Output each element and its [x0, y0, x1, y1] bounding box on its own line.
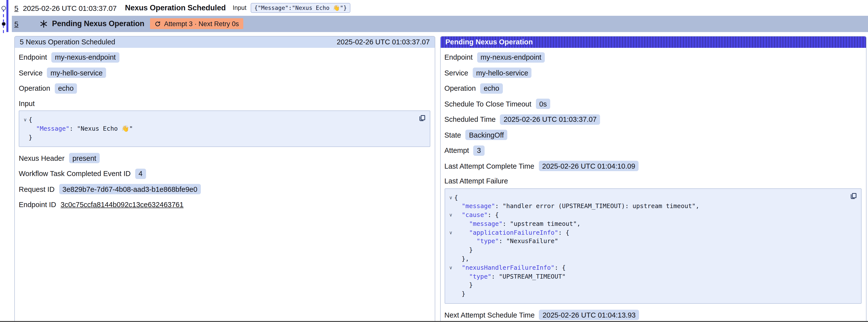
field-value-badge: echo — [55, 83, 77, 93]
code-line: ∨ } — [447, 290, 846, 298]
copy-icon[interactable] — [850, 192, 857, 199]
field-label: Attempt — [444, 147, 469, 154]
field-value-badge: 0s — [536, 99, 551, 109]
event-input-label: Input — [232, 4, 247, 11]
copy-icon[interactable] — [418, 115, 426, 122]
code-text: { — [454, 193, 458, 202]
code-text: } — [29, 133, 32, 142]
retry-badge-text: Attempt 3 · Next Retry 0s — [164, 20, 239, 27]
field-row: Endpoint ID3c0c75ccfa8144b092c13ce632463… — [19, 200, 430, 210]
field-row: Endpointmy-nexus-endpoint — [19, 52, 430, 62]
active-event-indicator-bar — [6, 0, 8, 32]
field-label: Request ID — [19, 185, 55, 193]
collapse-chevron-icon[interactable]: ∨ — [22, 116, 29, 124]
code-line: ∨{ — [447, 193, 846, 202]
code-line: ∨ }, — [447, 254, 846, 263]
event-row-pending-selected[interactable]: 5 Pending Nexus Operation Attempt 3 · Ne… — [12, 15, 868, 32]
code-text: "type": "UPSTREAM_TIMEOUT" — [454, 272, 566, 281]
code-text: "applicationFailureInfo": { — [454, 228, 569, 237]
field-value-badge: my-hello-service — [47, 68, 106, 78]
field-label: Last Attempt Complete Time — [444, 162, 534, 170]
field-value-badge: echo — [480, 83, 503, 93]
field-row: Operationecho — [444, 83, 862, 93]
collapse-chevron-icon[interactable]: ∨ — [447, 263, 454, 272]
field-row: Operationecho — [19, 83, 430, 93]
field-value-badge: 2025-02-26 UTC 01:04:13.93 — [539, 310, 639, 320]
field-value-badge: present — [69, 153, 100, 163]
code-line: ∨ "type": "UPSTREAM_TIMEOUT" — [447, 272, 846, 281]
code-text: } — [454, 246, 473, 255]
code-text: "type": "NexusFailure" — [454, 237, 558, 246]
code-line: ∨ "message": "upstream timeout", — [447, 219, 846, 228]
scheduled-panel-title: 5 Nexus Operation Scheduled — [20, 38, 115, 46]
code-text: "nexusHandlerFailureInfo": { — [454, 263, 566, 272]
field-row: Attempt3 — [444, 145, 862, 156]
timeline-filled-circle-icon — [1, 22, 6, 26]
pending-panel-header: Pending Nexus Operation — [440, 36, 866, 47]
field-row: Schedule To Close Timeout0s — [444, 99, 862, 109]
code-text: "message": "handler error (UPSTREAM_TIME… — [454, 202, 699, 211]
event-row-scheduled[interactable]: 5 2025-02-26 UTC 01:03:37.07 Nexus Opera… — [12, 0, 868, 15]
code-line: ∨ "Message": "Nexus Echo 👋" — [22, 124, 415, 133]
retry-status-badge: Attempt 3 · Next Retry 0s — [150, 18, 243, 29]
event-input-value-badge[interactable]: {"Message":"Nexus Echo 👋"} — [251, 3, 350, 13]
field-row: Workflow Task Completed Event ID4 — [19, 169, 430, 179]
scheduled-panel-timestamp: 2025-02-26 UTC 01:03:37.07 — [337, 38, 430, 46]
field-row: Last Attempt Complete Time2025-02-26 UTC… — [444, 161, 862, 171]
collapse-chevron-icon[interactable]: ∨ — [447, 193, 454, 202]
field-label: Nexus Header — [19, 154, 64, 162]
field-label: Endpoint — [19, 53, 47, 61]
event-id-link[interactable]: 5 — [14, 20, 19, 28]
collapse-chevron-icon[interactable]: ∨ — [447, 228, 454, 237]
field-label: Schedule To Close Timeout — [444, 100, 531, 108]
field-row: Endpointmy-nexus-endpoint — [444, 52, 862, 62]
code-text: } — [454, 281, 473, 290]
code-line: ∨ } — [447, 281, 846, 290]
field-value-badge: my-nexus-endpoint — [477, 52, 545, 62]
scheduled-panel-header: 5 Nexus Operation Scheduled 2025-02-26 U… — [15, 36, 435, 47]
code-line: ∨ } — [447, 246, 846, 255]
field-value-badge: 4 — [135, 169, 146, 179]
field-label: State — [444, 131, 461, 139]
field-label: Scheduled Time — [444, 116, 496, 123]
field-row: Servicemy-hello-service — [19, 68, 430, 78]
field-label: Service — [444, 69, 468, 77]
field-label: Operation — [19, 84, 50, 92]
field-value-badge: 3 — [473, 145, 484, 156]
code-line: ∨ "message": "handler error (UPSTREAM_TI… — [447, 202, 846, 211]
field-label: Workflow Task Completed Event ID — [19, 170, 130, 178]
last-attempt-failure-label: Last Attempt Failure — [444, 177, 508, 185]
field-value-badge: BackingOff — [466, 130, 507, 140]
code-text: "message": "upstream timeout", — [454, 219, 581, 228]
field-row: Request ID3e829b7e-7d67-4b08-aad3-b1e868… — [19, 184, 430, 195]
endpoint-id-link[interactable]: 3c0c75ccfa8144b092c13ce632463761 — [61, 201, 184, 209]
field-row: StateBackingOff — [444, 130, 862, 140]
retry-icon — [154, 21, 161, 27]
failure-json-viewer: ∨{∨ "message": "handler error (UPSTREAM_… — [444, 188, 862, 304]
code-line: ∨{ — [22, 116, 415, 124]
code-text: "cause": { — [454, 211, 499, 219]
field-row: Next Attempt Schedule Time 2025-02-26 UT… — [444, 310, 862, 320]
event-id-link[interactable]: 5 — [14, 4, 19, 12]
field-label: Endpoint — [444, 53, 473, 61]
field-label: Endpoint ID — [19, 201, 56, 209]
code-text: } — [454, 290, 465, 298]
scheduled-event-detail-panel: 5 Nexus Operation Scheduled 2025-02-26 U… — [14, 36, 435, 322]
collapse-chevron-icon[interactable]: ∨ — [447, 211, 454, 219]
pending-asterisk-icon — [40, 20, 48, 27]
field-value-badge: my-nexus-endpoint — [52, 52, 119, 62]
event-title: Nexus Operation Scheduled — [125, 3, 226, 12]
field-value-badge: 3e829b7e-7d67-4b08-aad3-b1e868bfe9e0 — [59, 184, 201, 195]
code-line: ∨ "applicationFailureInfo": { — [447, 228, 846, 237]
timeline-connector-line — [3, 9, 4, 33]
timeline-open-circle-icon — [1, 6, 6, 10]
input-section-label: Input — [19, 99, 35, 107]
code-text: }, — [454, 254, 469, 263]
code-line: ∨ "cause": { — [447, 211, 846, 219]
pending-operation-detail-panel: Pending Nexus Operation Endpointmy-nexus… — [440, 36, 867, 322]
event-history-detail-view: 5 2025-02-26 UTC 01:03:37.07 Nexus Opera… — [0, 0, 868, 322]
field-row: Nexus Headerpresent — [19, 153, 430, 163]
code-line: ∨ "nexusHandlerFailureInfo": { — [447, 263, 846, 272]
code-text: "Message": "Nexus Echo 👋" — [29, 124, 133, 133]
field-value-badge: my-hello-service — [473, 68, 532, 78]
